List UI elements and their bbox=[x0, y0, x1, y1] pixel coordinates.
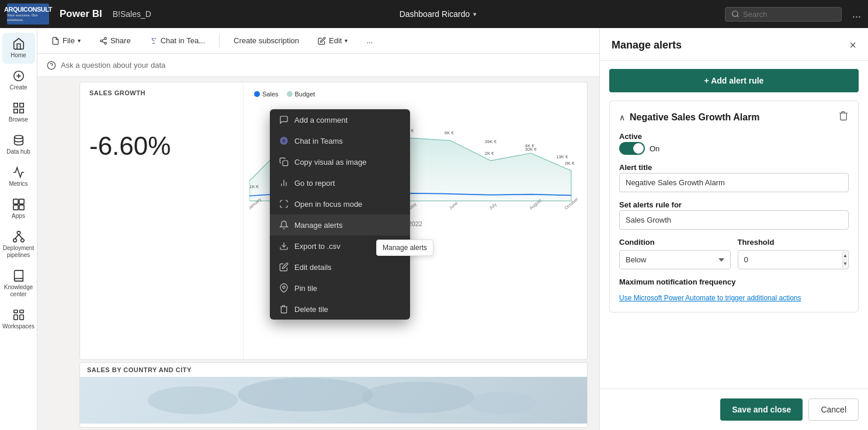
edit-details-label: Edit details bbox=[294, 263, 332, 272]
ask-bar[interactable]: Ask a question about your data bbox=[37, 54, 599, 77]
active-row: Active On bbox=[619, 132, 849, 155]
condition-select[interactable]: Below Above Equal to bbox=[619, 250, 731, 269]
alerts-footer: Save and close Cancel bbox=[600, 389, 868, 430]
svg-point-54 bbox=[148, 386, 238, 414]
file-button[interactable]: File ▾ bbox=[47, 34, 85, 47]
dashboard: SALES GROWTH -6.60% Sales Budget bbox=[37, 77, 599, 430]
share-button[interactable]: Share bbox=[95, 34, 136, 47]
set-alerts-input[interactable] bbox=[619, 210, 849, 230]
toggle-track[interactable] bbox=[619, 142, 645, 155]
threshold-label: Threshold bbox=[738, 238, 849, 247]
svg-line-26 bbox=[102, 41, 105, 42]
power-automate-link[interactable]: Use Microsoft Power Automate to trigger … bbox=[619, 292, 849, 303]
add-comment-label: Add a comment bbox=[294, 116, 348, 124]
dashboard-title[interactable]: Dashboard Ricardo ▾ bbox=[400, 9, 477, 19]
file-label: File bbox=[63, 36, 75, 45]
chat-teams-button[interactable]: Chat in Tea... bbox=[145, 34, 210, 47]
menu-item-copy-visual[interactable]: Copy visual as image bbox=[270, 151, 410, 172]
alert-rule-name: Negative Sales Growth Alarm bbox=[630, 112, 760, 123]
edit-details-icon bbox=[279, 262, 289, 272]
svg-line-27 bbox=[102, 39, 105, 40]
chart-tile-title: SALES GROWTH bbox=[89, 89, 234, 96]
more-options-button[interactable]: ... bbox=[852, 8, 861, 20]
delete-rule-button[interactable] bbox=[838, 110, 849, 124]
svg-rect-20 bbox=[19, 310, 23, 313]
add-alert-rule-button[interactable]: + Add alert rule bbox=[609, 69, 859, 92]
svg-text:June: June bbox=[448, 200, 459, 211]
search-box[interactable] bbox=[725, 7, 842, 22]
menu-item-pin-tile[interactable]: Pin tile bbox=[270, 278, 410, 299]
file-icon bbox=[51, 37, 60, 45]
edit-button[interactable]: Edit ▾ bbox=[313, 34, 352, 47]
map-svg bbox=[80, 377, 587, 424]
edit-icon bbox=[318, 37, 326, 45]
manage-alerts-tooltip: Manage alerts bbox=[376, 240, 433, 256]
menu-item-add-comment[interactable]: Add a comment bbox=[270, 109, 410, 130]
menu-item-open-focus[interactable]: Open in focus mode bbox=[270, 193, 410, 214]
delete-tile-label: Delete tile bbox=[294, 305, 328, 314]
svg-rect-5 bbox=[13, 103, 17, 107]
active-label: Active bbox=[619, 132, 849, 141]
menu-item-chat-teams[interactable]: Chat in Teams bbox=[270, 130, 410, 151]
more-button[interactable]: ... bbox=[362, 34, 377, 47]
workspace-label[interactable]: B!Sales_D bbox=[113, 9, 151, 19]
trash-icon bbox=[279, 304, 289, 314]
data-icon bbox=[12, 134, 25, 147]
sidebar-item-home-label: Home bbox=[11, 52, 26, 59]
toolbar-separator bbox=[219, 34, 220, 48]
sidebar-item-home[interactable]: Home bbox=[2, 33, 35, 64]
svg-text:July: July bbox=[488, 202, 498, 211]
spinner-down[interactable]: ▼ bbox=[843, 260, 848, 269]
alert-title-input[interactable] bbox=[619, 173, 849, 192]
sidebar-item-datahub[interactable]: Data hub bbox=[2, 129, 35, 160]
powerbi-label: Power BI bbox=[54, 8, 108, 20]
cancel-button[interactable]: Cancel bbox=[808, 398, 859, 421]
edit-label: Edit bbox=[329, 36, 342, 45]
menu-item-delete-tile[interactable]: Delete tile bbox=[270, 299, 410, 320]
svg-rect-6 bbox=[19, 103, 23, 107]
spinners: ▲ ▼ bbox=[842, 251, 848, 268]
logo-area: ARQUICONSULT Your success. Our solutions… bbox=[7, 4, 151, 25]
share-label: Share bbox=[110, 36, 131, 45]
active-toggle[interactable]: On bbox=[619, 142, 849, 155]
sidebar-item-knowledge-label: Knowledge center bbox=[4, 284, 33, 298]
alerts-header: Manage alerts × bbox=[600, 28, 868, 61]
alerts-title: Manage alerts bbox=[612, 39, 682, 51]
svg-text:30K €: 30K € bbox=[525, 147, 537, 152]
svg-text:2K €: 2K € bbox=[485, 151, 495, 156]
topbar: ARQUICONSULT Your success. Our solutions… bbox=[0, 0, 868, 28]
sidebar-item-metrics[interactable]: Metrics bbox=[2, 161, 35, 192]
spinner-up[interactable]: ▲ bbox=[843, 251, 848, 260]
save-close-button[interactable]: Save and close bbox=[720, 398, 803, 421]
sidebar-item-knowledge[interactable]: Knowledge center bbox=[2, 265, 35, 303]
menu-item-manage-alerts[interactable]: Manage alerts bbox=[270, 214, 410, 235]
svg-point-56 bbox=[362, 382, 474, 413]
edit-chevron: ▾ bbox=[345, 37, 348, 44]
sidebar-item-browse[interactable]: Browse bbox=[2, 97, 35, 128]
sidebar-item-create[interactable]: Create bbox=[2, 65, 35, 96]
sidebar-item-deployment[interactable]: Deployment pipelines bbox=[2, 226, 35, 263]
threshold-input[interactable] bbox=[738, 250, 849, 269]
max-notification-label: Maximum notification frequency bbox=[619, 278, 849, 286]
plus-circle-icon bbox=[12, 70, 25, 82]
download-icon bbox=[279, 241, 289, 251]
sidebar-item-apps[interactable]: Apps bbox=[2, 193, 35, 224]
teams-icon bbox=[150, 37, 158, 45]
menu-item-edit-details[interactable]: Edit details bbox=[270, 256, 410, 278]
content-area: File ▾ Share Chat in Tea... Create subsc… bbox=[37, 28, 599, 430]
manage-alerts-label: Manage alerts bbox=[294, 221, 342, 230]
alerts-close-button[interactable]: × bbox=[849, 39, 856, 52]
focus-icon bbox=[279, 199, 289, 209]
collapse-icon[interactable]: ∧ bbox=[619, 113, 625, 122]
sidebar-item-workspaces[interactable]: Workspaces bbox=[2, 304, 35, 335]
apps-icon bbox=[12, 198, 25, 211]
condition-label: Condition bbox=[619, 238, 731, 247]
search-input[interactable] bbox=[743, 10, 825, 19]
sidebar-item-apps-label: Apps bbox=[12, 213, 25, 220]
pin-tile-label: Pin tile bbox=[294, 284, 317, 293]
subscription-button[interactable]: Create subscription bbox=[229, 34, 304, 47]
share-icon bbox=[99, 37, 107, 45]
menu-item-go-report[interactable]: Go to report bbox=[270, 172, 410, 193]
svg-point-24 bbox=[100, 40, 103, 42]
copy-icon bbox=[279, 157, 289, 167]
